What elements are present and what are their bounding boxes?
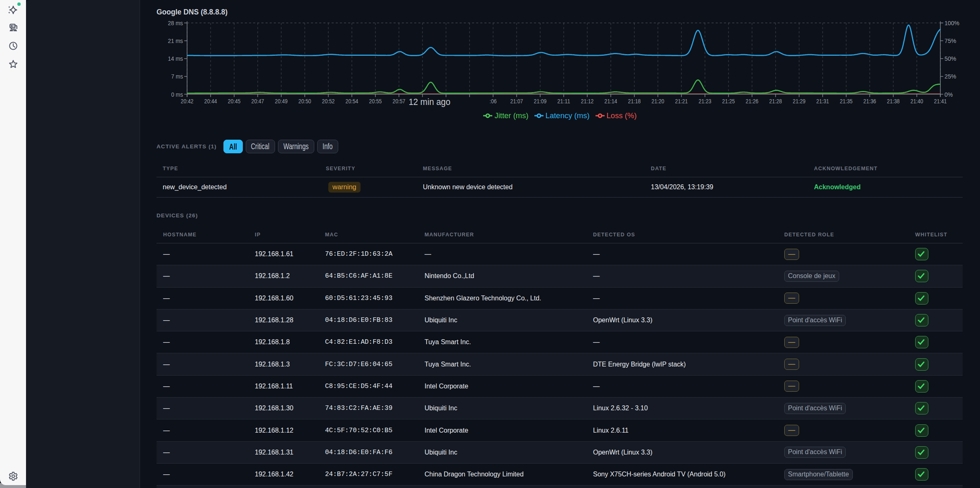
svg-text:21:38: 21:38 bbox=[887, 98, 900, 105]
svg-text:75%: 75% bbox=[944, 37, 956, 44]
svg-text:21:26: 21:26 bbox=[746, 98, 759, 105]
svg-text:21:09: 21:09 bbox=[534, 98, 547, 105]
svg-text:21:40: 21:40 bbox=[911, 98, 923, 105]
svg-text:21:36: 21:36 bbox=[864, 98, 876, 105]
svg-text:20:55: 20:55 bbox=[369, 98, 382, 105]
svg-text:21:18: 21:18 bbox=[628, 98, 641, 105]
svg-text:100%: 100% bbox=[944, 19, 959, 26]
svg-text:20:49: 20:49 bbox=[275, 98, 288, 105]
svg-text:20:45: 20:45 bbox=[228, 98, 241, 105]
svg-text:21:31: 21:31 bbox=[816, 98, 829, 105]
svg-text:14 ms: 14 ms bbox=[168, 55, 183, 62]
svg-text:0 ms: 0 ms bbox=[171, 91, 183, 98]
svg-text::06: :06 bbox=[490, 98, 497, 105]
svg-text:25%: 25% bbox=[944, 73, 956, 80]
svg-text:20:52: 20:52 bbox=[322, 98, 335, 105]
svg-text:21 ms: 21 ms bbox=[168, 37, 183, 44]
svg-text:21:11: 21:11 bbox=[558, 98, 570, 105]
svg-text:20:54: 20:54 bbox=[346, 98, 358, 105]
svg-text:20:44: 20:44 bbox=[204, 98, 217, 105]
svg-text:7 ms: 7 ms bbox=[171, 73, 183, 80]
svg-text:21:14: 21:14 bbox=[605, 98, 617, 105]
svg-text:21:07: 21:07 bbox=[510, 98, 523, 105]
svg-text:21:25: 21:25 bbox=[722, 98, 735, 105]
svg-text:50%: 50% bbox=[944, 55, 956, 62]
svg-text:12 min ago: 12 min ago bbox=[409, 97, 451, 107]
svg-text:20:42: 20:42 bbox=[181, 98, 194, 105]
svg-text:21:28: 21:28 bbox=[769, 98, 782, 105]
svg-text:21:41: 21:41 bbox=[934, 98, 947, 105]
svg-text:21:35: 21:35 bbox=[840, 98, 853, 105]
svg-text:21:23: 21:23 bbox=[699, 98, 712, 105]
svg-text:28 ms: 28 ms bbox=[168, 19, 183, 26]
svg-text:21:29: 21:29 bbox=[793, 98, 806, 105]
svg-text:20:50: 20:50 bbox=[299, 98, 311, 105]
svg-text:21:20: 21:20 bbox=[652, 98, 664, 105]
svg-text:21:12: 21:12 bbox=[581, 98, 594, 105]
svg-text:0%: 0% bbox=[944, 91, 953, 98]
svg-text:20:47: 20:47 bbox=[252, 98, 264, 105]
svg-text:21:21: 21:21 bbox=[675, 98, 688, 105]
svg-text:20:57: 20:57 bbox=[393, 98, 406, 105]
